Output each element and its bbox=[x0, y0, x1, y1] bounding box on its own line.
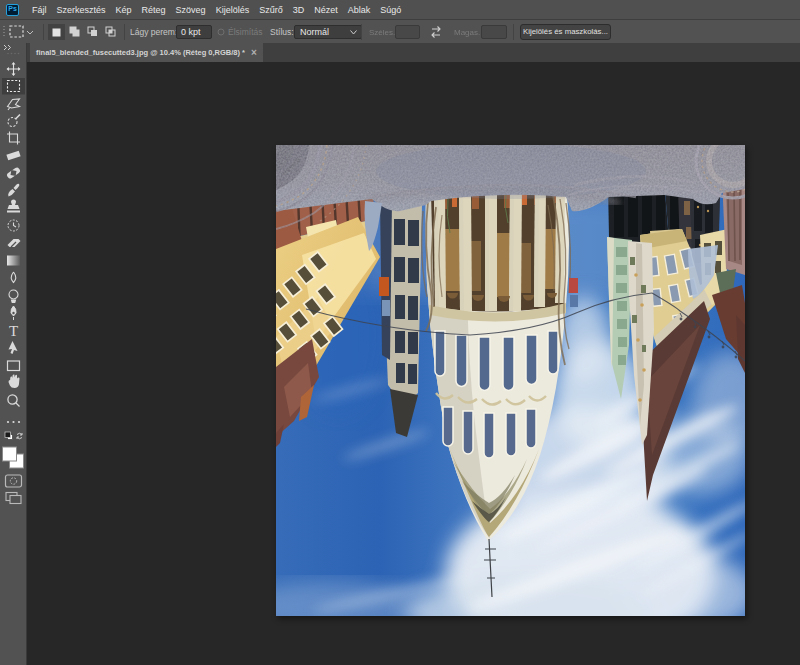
svg-text:T: T bbox=[9, 323, 18, 339]
